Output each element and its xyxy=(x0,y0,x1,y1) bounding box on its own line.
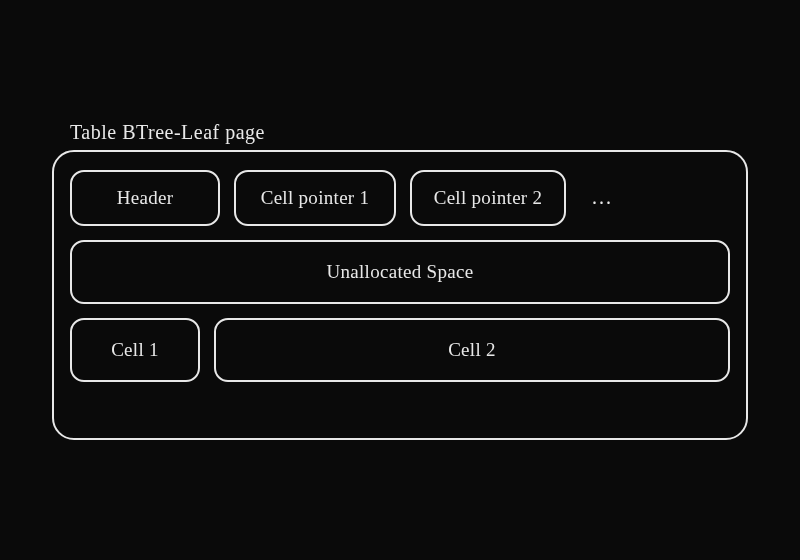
middle-row: Unallocated Space xyxy=(70,240,730,304)
cell-pointer-1-box: Cell pointer 1 xyxy=(234,170,396,226)
diagram-title: Table BTree-Leaf page xyxy=(70,121,748,144)
bottom-row: Cell 1 Cell 2 xyxy=(70,318,730,382)
header-box: Header xyxy=(70,170,220,226)
cell-2-box: Cell 2 xyxy=(214,318,730,382)
unallocated-space-box: Unallocated Space xyxy=(70,240,730,304)
cell-1-box: Cell 1 xyxy=(70,318,200,382)
page-container: Header Cell pointer 1 Cell pointer 2 ...… xyxy=(52,150,748,440)
top-row: Header Cell pointer 1 Cell pointer 2 ... xyxy=(70,170,730,226)
ellipsis: ... xyxy=(592,186,613,209)
cell-pointer-2-box: Cell pointer 2 xyxy=(410,170,566,226)
